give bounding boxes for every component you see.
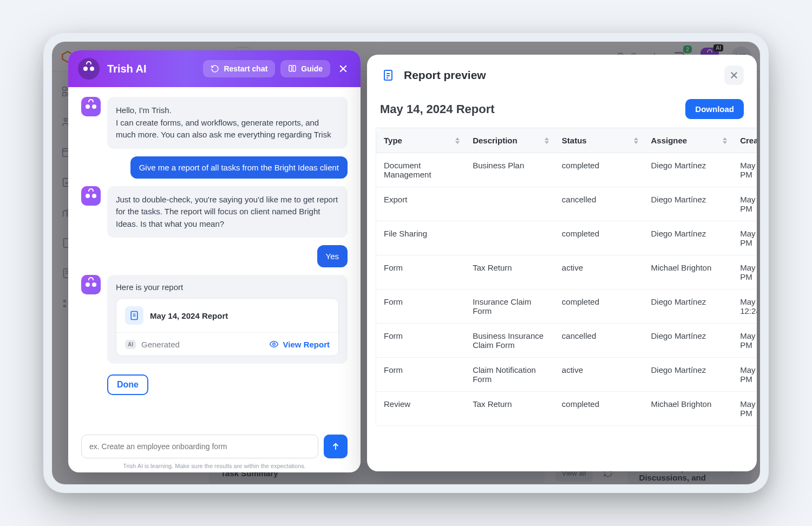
bot-avatar <box>81 186 101 206</box>
send-button[interactable] <box>324 435 348 458</box>
col-description[interactable]: Description <box>465 128 554 153</box>
chat-message-bot: Just to double-check, you're saying you'… <box>81 186 348 238</box>
cell-description: Tax Return <box>465 255 554 290</box>
report-card: May 14, 2024 Report AI Generated View Re… <box>116 298 339 356</box>
cell-created: May 14PM <box>732 221 757 255</box>
report-table: Type Description Status Assignee Create … <box>376 128 757 426</box>
cell-created: May 14PM <box>732 358 757 392</box>
cell-assignee: Diego Martínez <box>644 153 733 187</box>
message-text: Give me a report of all tasks from the B… <box>130 156 348 179</box>
col-status[interactable]: Status <box>554 128 644 153</box>
cell-status: active <box>554 255 644 290</box>
table-row[interactable]: File SharingcompletedDiego MartínezMay 1… <box>376 221 757 255</box>
report-header-title: Report preview <box>404 69 486 82</box>
restart-chat-button[interactable]: Restart chat <box>203 60 275 77</box>
message-text: Just to double-check, you're saying you'… <box>107 186 348 238</box>
restart-icon <box>211 64 219 73</box>
table-row[interactable]: FormTax ReturnactiveMichael BrightonMay … <box>376 255 757 290</box>
sort-icon <box>723 137 727 144</box>
col-assignee[interactable]: Assignee <box>644 128 733 153</box>
cell-assignee: Diego Martínez <box>644 290 733 324</box>
report-table-scroll[interactable]: Type Description Status Assignee Create … <box>367 128 757 471</box>
cell-type: Form <box>376 324 466 358</box>
message-text: Here is your report <box>116 282 339 292</box>
cell-status: completed <box>554 221 644 255</box>
cell-created: May 14PM <box>732 255 757 290</box>
col-created[interactable]: Create <box>732 128 757 153</box>
view-report-button[interactable]: View Report <box>269 339 330 349</box>
table-row[interactable]: FormClaim Notification FormactiveDiego M… <box>376 358 757 392</box>
cell-type: Form <box>376 358 466 392</box>
cell-type: Form <box>376 290 466 324</box>
document-icon <box>380 67 396 83</box>
report-title: May 14, 2024 Report <box>380 102 495 116</box>
cell-type: Form <box>376 255 466 290</box>
cell-status: completed <box>554 153 644 187</box>
cell-description <box>465 221 554 255</box>
cell-description: Claim Notification Form <box>465 358 554 392</box>
cell-description: Business Plan <box>465 153 554 187</box>
chat-body: Hello, I'm Trish. I can create forms, an… <box>68 87 361 428</box>
cell-created: May 14PM <box>732 324 757 358</box>
table-row[interactable]: ReviewTax ReturncompletedMichael Brighto… <box>376 392 757 426</box>
table-row[interactable]: FormBusiness Insurance Claim Formcancell… <box>376 324 757 358</box>
chat-header: Trish AI Restart chat Guide <box>68 50 361 87</box>
table-row[interactable]: ExportcancelledDiego MartínezMay 14PM <box>376 187 757 221</box>
robot-icon <box>83 65 95 73</box>
cell-status: completed <box>554 290 644 324</box>
document-icon <box>125 306 143 325</box>
report-preview-panel: Report preview May 14, 2024 Report Downl… <box>367 55 757 471</box>
cell-created: May 14PM <box>732 153 757 187</box>
cell-assignee: Diego Martínez <box>644 187 733 221</box>
sort-icon <box>455 137 460 144</box>
chat-message-user: Give me a report of all tasks from the B… <box>81 156 348 179</box>
arrow-up-icon <box>331 442 340 451</box>
chat-disclaimer: Trish AI is learning. Make sure the resu… <box>81 463 348 469</box>
table-row[interactable]: Document ManagementBusiness Plancomplete… <box>376 153 757 187</box>
trish-chat-panel: Trish AI Restart chat Guide <box>68 50 361 472</box>
cell-description: Business Insurance Claim Form <box>465 324 554 358</box>
cell-created: May 14PM <box>732 187 757 221</box>
robot-icon <box>85 192 97 200</box>
cell-created: May 1412:24 P <box>732 290 757 324</box>
chat-message-user: Yes <box>81 245 348 267</box>
chat-footer: Trish AI is learning. Make sure the resu… <box>68 428 361 472</box>
report-header: Report preview <box>367 55 757 88</box>
bot-avatar <box>81 97 101 116</box>
cell-description: Tax Return <box>465 392 554 426</box>
cell-type: Review <box>376 392 466 426</box>
generated-label: Generated <box>141 340 180 349</box>
cell-assignee: Michael Brighton <box>644 255 733 290</box>
close-chat-button[interactable] <box>336 61 351 76</box>
close-icon <box>729 70 739 80</box>
app-window: trisk Tuesday, May 14 Search 2 <box>52 42 760 484</box>
device-frame: trisk Tuesday, May 14 Search 2 <box>43 33 769 493</box>
download-button[interactable]: Download <box>685 99 744 119</box>
cell-status: completed <box>554 392 644 426</box>
table-row[interactable]: FormInsurance Claim FormcompletedDiego M… <box>376 290 757 324</box>
cell-assignee: Diego Martínez <box>644 221 733 255</box>
cell-assignee: Diego Martínez <box>644 324 733 358</box>
robot-icon <box>85 103 97 110</box>
book-icon <box>288 64 297 73</box>
svg-point-24 <box>272 343 275 346</box>
done-button[interactable]: Done <box>107 374 148 395</box>
cell-status: cancelled <box>554 187 644 221</box>
guide-button[interactable]: Guide <box>280 60 330 77</box>
bot-avatar <box>81 275 101 294</box>
close-icon <box>338 63 349 74</box>
cell-status: active <box>554 358 644 392</box>
cell-description <box>465 187 554 221</box>
cell-type: Document Management <box>376 153 466 187</box>
close-report-button[interactable] <box>724 65 744 85</box>
eye-icon <box>269 339 279 349</box>
trish-avatar <box>78 58 100 80</box>
chat-title: Trish AI <box>107 63 147 75</box>
col-type[interactable]: Type <box>376 128 466 153</box>
cell-assignee: Michael Brighton <box>644 392 733 426</box>
sort-icon <box>634 137 638 144</box>
report-card-title: May 14, 2024 Report <box>150 311 228 320</box>
chat-input[interactable] <box>81 435 318 458</box>
sort-icon <box>545 137 549 144</box>
cell-description: Insurance Claim Form <box>465 290 554 324</box>
